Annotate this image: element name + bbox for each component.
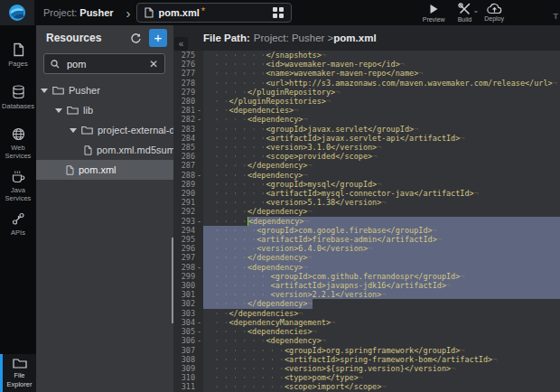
code-line[interactable]: <groupId>com.google.firebase</groupId> <box>203 226 560 235</box>
code-line[interactable]: <groupId>javax.servlet</groupId> <box>203 125 560 134</box>
gutter-line-number[interactable]: 284 <box>173 134 203 143</box>
gutter-line-number[interactable]: 308 <box>173 355 203 364</box>
gutter-line-number[interactable]: 286 <box>173 152 203 161</box>
gutter-line-number[interactable]: 303 <box>173 309 203 318</box>
code-line[interactable]: <scope>import</scope> <box>203 382 560 391</box>
sidebar-item-java-services[interactable]: Java Services <box>0 170 36 212</box>
sidebar-item-file-explorer[interactable]: File Explorer <box>0 354 36 392</box>
code-line[interactable]: <dependency> <box>203 115 560 124</box>
gutter-line-number[interactable]: 310 <box>173 373 203 382</box>
file-switcher-grid-icon[interactable] <box>273 7 284 18</box>
gutter-line-number[interactable]: 283 <box>173 125 203 134</box>
expander-icon[interactable] <box>70 128 77 133</box>
code-line[interactable]: </dependency> <box>203 299 560 308</box>
tree-item-pusher[interactable]: Pusher <box>36 80 173 100</box>
code-line[interactable]: <dependencies> <box>203 106 560 115</box>
code-line[interactable]: <artifactId>mysql-connector-java</artifa… <box>203 189 560 198</box>
gutter-line-number[interactable]: 294 <box>173 226 203 235</box>
fold-marker-icon[interactable]: - <box>195 263 203 272</box>
expander-icon[interactable] <box>41 89 48 93</box>
fold-marker-icon[interactable]: - <box>195 318 203 327</box>
code-line[interactable]: </dependency> <box>203 253 560 262</box>
code-line[interactable]: <version>6.4.0</version> <box>203 244 560 253</box>
code-line[interactable]: <id>wavemaker-maven-repo</id> <box>203 60 560 69</box>
code-area[interactable]: 275 </snapshots>276 <id>wavemaker-maven-… <box>173 51 560 392</box>
code-line[interactable]: </dependencies> <box>203 309 560 318</box>
fold-marker-icon[interactable]: - <box>195 336 203 345</box>
code-line[interactable]: <version>3.1.0</version> <box>203 143 560 152</box>
wavemaker-logo[interactable] <box>0 0 34 25</box>
gutter-line-number[interactable]: 282- <box>173 115 203 124</box>
gutter-line-number[interactable]: 281- <box>173 106 203 115</box>
sidebar-item-pages[interactable]: Pages <box>0 42 36 85</box>
code-line[interactable]: <scope>provided</scope> <box>203 152 560 161</box>
tree-item-pom-xml[interactable]: pom.xml <box>36 160 173 180</box>
code-line[interactable]: <artifactId>spring-framework-bom</artifa… <box>203 355 560 364</box>
expander-icon[interactable] <box>55 108 62 113</box>
code-line[interactable]: <dependency> <box>203 217 560 226</box>
code-line[interactable]: <dependency> <box>203 336 560 345</box>
gutter-line-number[interactable]: 304- <box>173 318 203 327</box>
gutter-line-number[interactable]: 275 <box>173 51 203 60</box>
code-line[interactable]: </pluginRepositories> <box>203 97 560 106</box>
project-breadcrumb[interactable]: Project:Pusher <box>43 7 114 18</box>
code-line[interactable]: <artifactId>firebase-admin</artifactId> <box>203 235 560 244</box>
gutter-line-number[interactable]: 277 <box>173 69 203 78</box>
sidebar-item-databases[interactable]: Databases <box>0 85 36 127</box>
code-line[interactable]: </snapshots> <box>203 51 560 60</box>
code-line[interactable]: <groupId>org.springframework</groupId> <box>203 346 560 355</box>
gutter-line-number[interactable]: 285 <box>173 143 203 152</box>
tree-item-lib[interactable]: lib <box>36 100 173 120</box>
code-line[interactable]: <name>wavemaker-maven-repo</name> <box>203 69 560 78</box>
gutter-line-number[interactable]: 302 <box>173 299 203 308</box>
code-line[interactable]: </dependency> <box>203 207 560 216</box>
gutter-line-number[interactable]: 300 <box>173 281 203 290</box>
sidebar-item-web-services[interactable]: Web Services <box>0 127 36 170</box>
gutter-line-number[interactable]: 311 <box>173 382 203 391</box>
code-line[interactable]: <version>5.1.38</version> <box>203 198 560 207</box>
gutter-line-number[interactable]: 279 <box>173 88 203 97</box>
search-input[interactable] <box>65 58 149 70</box>
fold-marker-icon[interactable]: - <box>195 106 203 115</box>
build-button[interactable]: ⌄Build <box>458 0 472 23</box>
gutter-line-number[interactable]: 290 <box>173 189 203 198</box>
fold-marker-icon[interactable]: - <box>195 327 203 336</box>
tree-item-project-external-dependencies[interactable]: project-external-dependencies <box>36 120 173 140</box>
code-line[interactable]: <groupId>com.github.fernandospr</groupId… <box>203 272 560 281</box>
code-line[interactable]: <url>http://s3.amazonaws.com/maven.wavem… <box>203 79 560 88</box>
open-file-tab[interactable]: pom.xml * <box>136 3 292 23</box>
preview-button[interactable]: Preview <box>423 0 445 23</box>
code-line[interactable]: <type>pom</type> <box>203 373 560 382</box>
code-line[interactable]: <version>${spring.version}</version> <box>203 364 560 373</box>
gutter-line-number[interactable]: 289 <box>173 180 203 189</box>
code-line[interactable]: </pluginRepository> <box>203 88 560 97</box>
gutter-line-number[interactable]: 280 <box>173 97 203 106</box>
code-line[interactable]: <artifactId>javax.servlet-api</artifactI… <box>203 134 560 143</box>
gutter-line-number[interactable]: 305- <box>173 327 203 336</box>
gutter-line-number[interactable]: 299 <box>173 272 203 281</box>
gutter-line-number[interactable]: 295 <box>173 235 203 244</box>
refresh-icon[interactable] <box>130 33 142 44</box>
code-line[interactable]: <dependencyManagement> <box>203 318 560 327</box>
gutter-line-number[interactable]: 292 <box>173 207 203 216</box>
clear-search-icon[interactable]: ✕ <box>149 59 158 70</box>
fold-marker-icon[interactable]: - <box>195 217 203 226</box>
gutter-line-number[interactable]: 291 <box>173 198 203 207</box>
sidebar-item-apis[interactable]: APIs <box>0 212 36 255</box>
gutter-line-number[interactable]: 301 <box>173 290 203 299</box>
gutter-line-number[interactable]: 276 <box>173 60 203 69</box>
code-line[interactable]: <version>2.2.1</version> <box>203 290 560 299</box>
gutter-line-number[interactable]: 298- <box>173 263 203 272</box>
code-line[interactable]: <dependency> <box>203 263 560 272</box>
gutter-line-number[interactable]: 293- <box>173 217 203 226</box>
tree-item-pom-xml-md5sum[interactable]: pom.xml.md5sum <box>36 140 173 160</box>
code-line[interactable]: </dependency> <box>203 161 560 170</box>
gutter-line-number[interactable]: 307 <box>173 346 203 355</box>
code-line[interactable]: <groupId>mysql</groupId> <box>203 180 560 189</box>
fold-marker-icon[interactable]: - <box>195 115 203 124</box>
code-line[interactable]: <dependency> <box>203 171 560 180</box>
gutter-line-number[interactable]: 288- <box>173 171 203 180</box>
gutter-line-number[interactable]: 309 <box>173 364 203 373</box>
code-line[interactable]: <dependencies> <box>203 327 560 336</box>
gutter-line-number[interactable]: 278 <box>173 79 203 88</box>
